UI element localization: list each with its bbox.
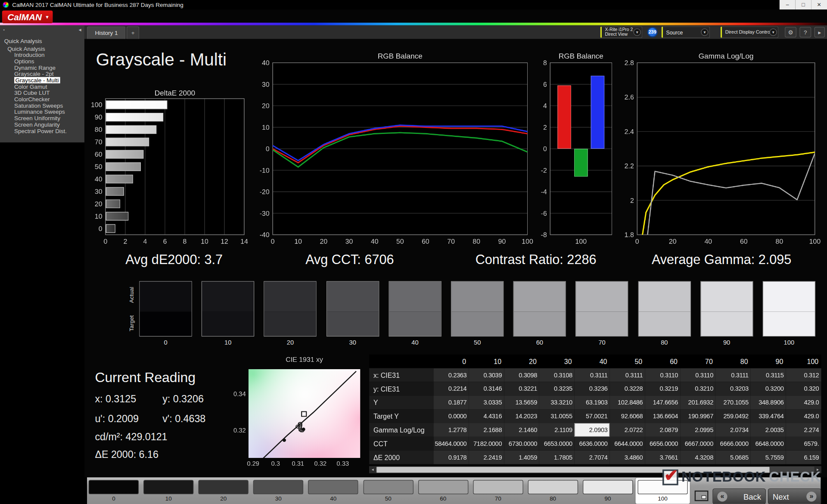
table-cell[interactable]: 0.3210 <box>680 382 715 396</box>
sidebar-item-3d-cube-lut[interactable]: 3D Cube LUT <box>0 90 84 96</box>
table-cell[interactable]: 1.7805 <box>539 451 575 464</box>
table-cell[interactable]: 102.8486 <box>609 395 645 409</box>
meter-dropdown[interactable]: X-Rite i1Pro 2 Direct View ▾ <box>600 26 642 38</box>
table-cell[interactable]: 0.3228 <box>609 382 645 396</box>
table-cell[interactable]: 339.4764 <box>751 409 786 423</box>
table-cell[interactable]: 63.1903 <box>575 395 610 409</box>
table-cell[interactable]: 2.0722 <box>609 423 645 437</box>
table-cell[interactable]: 6644.0000 <box>609 437 645 451</box>
sidebar-item-spectral-power-dist[interactable]: Spectral Power Dist. <box>0 128 84 134</box>
table-cell[interactable]: 3.0335 <box>469 395 504 409</box>
table-cell[interactable]: 3.4860 <box>609 451 645 464</box>
table-cell[interactable]: 0.312 <box>786 368 821 382</box>
table-cell[interactable]: 4.3208 <box>680 451 715 464</box>
table-cell[interactable]: 0.320 <box>786 382 821 396</box>
table-cell[interactable]: 201.6932 <box>680 395 715 409</box>
close-icon[interactable]: ✕ <box>811 0 827 9</box>
table-cell[interactable]: 2.0995 <box>680 423 715 437</box>
display-control-dropdown[interactable]: Direct Display Control ▾ <box>721 26 779 38</box>
table-cell[interactable]: 7182.0000 <box>469 437 504 451</box>
level-patch-80[interactable] <box>528 480 578 494</box>
table-cell[interactable]: 6653.0000 <box>539 437 575 451</box>
table-cell[interactable]: 3.7661 <box>645 451 680 464</box>
calman-menu-button[interactable]: CalMAN ▾ <box>2 10 53 23</box>
dot-icon[interactable]: • <box>3 28 5 33</box>
table-cell[interactable]: 0.3219 <box>645 382 680 396</box>
minimize-icon[interactable]: – <box>780 0 796 9</box>
table-cell[interactable]: 2.274 <box>786 423 821 437</box>
table-cell[interactable]: 6636.0000 <box>575 437 610 451</box>
table-cell[interactable]: 0.3203 <box>715 382 751 396</box>
level-patch-90[interactable] <box>583 480 633 494</box>
add-tab-button[interactable]: + <box>127 26 139 39</box>
table-cell[interactable]: 0.3200 <box>751 382 786 396</box>
sidebar-item-colorchecker[interactable]: ColorChecker <box>0 96 84 103</box>
table-cell[interactable]: 2.2419 <box>469 451 504 464</box>
table-cell[interactable]: 6656.0000 <box>645 437 680 451</box>
table-cell[interactable]: 33.3210 <box>539 395 575 409</box>
table-cell[interactable]: 0.2363 <box>434 368 469 382</box>
table-cell[interactable]: 136.6604 <box>645 409 680 423</box>
table-cell[interactable]: 92.6068 <box>609 409 645 423</box>
level-patch-60[interactable] <box>418 480 468 494</box>
sidebar-item-luminance-sweeps[interactable]: Luminance Sweeps <box>0 109 84 115</box>
collapse-sidebar-icon[interactable]: ◂ <box>78 27 81 32</box>
tab-history-1[interactable]: History 1 <box>87 26 126 39</box>
table-cell[interactable]: 0.3236 <box>575 382 610 396</box>
table-cell[interactable]: 0.3235 <box>539 382 575 396</box>
table-cell[interactable]: 2.0734 <box>715 423 751 437</box>
sidebar-item-saturation-sweeps[interactable]: Saturation Sweeps <box>0 103 84 109</box>
sidebar-root-quick-analysis[interactable]: Quick Analysis <box>0 45 84 52</box>
table-cell[interactable]: 2.7074 <box>575 451 610 464</box>
table-cell[interactable]: 58464.0000 <box>434 437 469 451</box>
table-cell[interactable]: 0.0000 <box>434 409 469 423</box>
sidebar-item-grayscale-multi[interactable]: Grayscale - Multi <box>0 77 84 84</box>
table-cell[interactable]: 259.0492 <box>715 409 751 423</box>
table-cell[interactable]: 4.4316 <box>469 409 504 423</box>
table-cell[interactable]: 1.2778 <box>434 423 469 437</box>
table-cell[interactable]: 147.6656 <box>645 395 680 409</box>
table-cell[interactable]: 2.1460 <box>504 423 539 437</box>
table-cell[interactable]: 5.7559 <box>751 451 786 464</box>
table-cell[interactable]: 0.3111 <box>609 368 645 382</box>
table-cell[interactable]: 0.3110 <box>645 368 680 382</box>
table-cell[interactable]: 6730.0000 <box>504 437 539 451</box>
table-cell[interactable]: 5.0685 <box>715 451 751 464</box>
table-cell[interactable]: 2.1109 <box>539 423 575 437</box>
help-icon[interactable]: ? <box>799 27 811 37</box>
table-cell[interactable]: 429.0 <box>786 395 821 409</box>
table-cell[interactable]: 190.9967 <box>680 409 715 423</box>
table-cell[interactable]: 0.3221 <box>504 382 539 396</box>
table-cell[interactable]: 0.9178 <box>434 451 469 464</box>
level-patch-50[interactable] <box>363 480 413 494</box>
table-cell[interactable]: 6.159 <box>786 451 821 464</box>
table-cell[interactable]: 57.0021 <box>575 409 610 423</box>
sidebar-item-grayscale-2pt[interactable]: Grayscale - 2pt <box>0 71 84 77</box>
table-cell[interactable]: 1.4059 <box>504 451 539 464</box>
table-cell[interactable]: 2.0903 <box>575 423 610 437</box>
sidebar-item-screen-angularity[interactable]: Screen Angularity <box>0 121 84 128</box>
table-cell[interactable]: 270.1055 <box>715 395 751 409</box>
level-patch-20[interactable] <box>199 480 249 494</box>
table-cell[interactable]: 6667.0000 <box>680 437 715 451</box>
table-cell[interactable]: 6648.0000 <box>751 437 786 451</box>
sidebar-item-screen-uniformity[interactable]: Screen Uniformity <box>0 115 84 121</box>
table-cell[interactable]: 0.3098 <box>504 368 539 382</box>
table-cell[interactable]: 6666.0000 <box>715 437 751 451</box>
next-button[interactable]: Next » <box>768 488 821 504</box>
table-cell[interactable]: 2.0879 <box>645 423 680 437</box>
scroll-left-icon[interactable]: ◂ <box>369 466 376 473</box>
table-cell[interactable]: 2.1688 <box>469 423 504 437</box>
source-dropdown[interactable]: Source ▾ <box>662 26 710 38</box>
level-patch-70[interactable] <box>473 480 523 494</box>
back-button[interactable]: « Back <box>712 488 766 504</box>
table-cell[interactable]: 0.3146 <box>469 382 504 396</box>
settings-gear-icon[interactable]: ⚙ <box>785 27 796 37</box>
table-cell[interactable]: 2.0035 <box>751 423 786 437</box>
table-cell[interactable]: 13.5659 <box>504 395 539 409</box>
table-cell[interactable]: 0.1877 <box>434 395 469 409</box>
table-cell[interactable]: 31.0055 <box>539 409 575 423</box>
sidebar-item-options[interactable]: Options <box>0 58 84 65</box>
table-cell[interactable]: 6579. <box>786 437 821 451</box>
level-patch-30[interactable] <box>253 480 303 494</box>
